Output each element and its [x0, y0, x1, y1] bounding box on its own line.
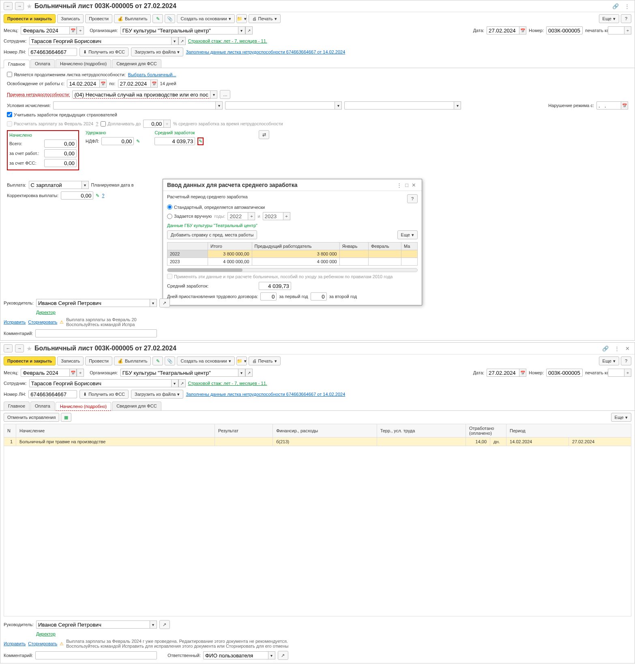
chevron-down-icon[interactable]: ▾: [171, 379, 178, 387]
comment-input[interactable]: [35, 651, 157, 659]
tab-accrued[interactable]: Начислено (подробно): [56, 59, 111, 68]
load-file-button[interactable]: Загрузить из файла ▾: [131, 47, 183, 56]
org-input[interactable]: [120, 26, 238, 34]
date-input[interactable]: [487, 26, 519, 34]
print-button[interactable]: 🖨 Печать ▾: [249, 356, 281, 365]
back-button[interactable]: ←: [4, 2, 13, 10]
print-button[interactable]: 🖨 Печать ▾: [249, 14, 281, 23]
chevron-down-icon[interactable]: ▾: [238, 26, 245, 34]
spinner-icon[interactable]: ÷: [163, 120, 171, 128]
open-icon[interactable]: ↗: [178, 37, 186, 45]
get-fss-button[interactable]: ⬇ Получить из ФСС: [79, 390, 129, 399]
director-link[interactable]: Директор: [36, 310, 56, 315]
storno-link[interactable]: Сторнировать: [28, 320, 57, 324]
manager-input[interactable]: [36, 299, 150, 307]
tab-main[interactable]: Главное: [4, 60, 30, 68]
storno-link[interactable]: Сторнировать: [28, 641, 57, 646]
get-fss-button[interactable]: ⬇ Получить из ФСС: [79, 47, 129, 56]
calendar-icon[interactable]: 📅: [99, 79, 107, 88]
std-period-radio[interactable]: Стандартный, определяется автоматически: [167, 204, 265, 210]
calendar-icon[interactable]: 📅: [150, 79, 158, 88]
number-input[interactable]: [546, 369, 583, 377]
extra-pay-input[interactable]: [143, 120, 163, 128]
print-as-input[interactable]: [608, 369, 624, 377]
pencil-icon[interactable]: ✎: [136, 139, 140, 144]
payment-input[interactable]: [29, 181, 82, 189]
table-row[interactable]: 1 Больничный при травме на производстве …: [4, 438, 631, 446]
chevron-down-icon[interactable]: ▾: [454, 101, 461, 109]
reason-label[interactable]: Причина нетрудоспособности:: [7, 92, 70, 97]
calendar-icon[interactable]: 📅: [69, 369, 77, 377]
fix-link[interactable]: Исправить: [4, 320, 26, 324]
total-input[interactable]: [44, 140, 77, 148]
load-file-button[interactable]: Загрузить из файла ▾: [131, 390, 183, 399]
tab-accrued[interactable]: Начислено (подробно): [56, 402, 111, 411]
earnings-table[interactable]: Итого Предыдущий работодатель Январь Фев…: [167, 242, 418, 266]
post-button[interactable]: Провести: [85, 356, 112, 365]
fss-share-input[interactable]: [44, 159, 77, 167]
back-button[interactable]: ←: [4, 344, 13, 352]
help-button[interactable]: ?: [621, 356, 631, 365]
release-from-input[interactable]: [67, 79, 99, 88]
more-button[interactable]: Еще ▾: [599, 14, 619, 23]
kebab-icon[interactable]: ⋮: [623, 3, 631, 9]
calendar-icon[interactable]: 📅: [69, 26, 77, 34]
post-and-close-button[interactable]: Провести и закрыть: [4, 356, 56, 365]
chevron-down-icon[interactable]: ▾: [82, 181, 89, 189]
maximize-icon[interactable]: □: [403, 182, 410, 188]
open-icon[interactable]: ↗: [245, 26, 253, 34]
open-button[interactable]: ↗: [159, 620, 170, 629]
favorite-star-icon[interactable]: ★: [26, 345, 32, 352]
help-link[interactable]: ?: [96, 121, 98, 126]
open-button[interactable]: ↗: [278, 651, 288, 660]
attach-button[interactable]: 📎: [165, 14, 175, 23]
filled-data-link[interactable]: Заполнены данные листка нетрудоспособнос…: [186, 392, 345, 397]
month-input[interactable]: [21, 369, 69, 377]
calc-cond-2-input[interactable]: [225, 101, 335, 109]
prev-insurers-checkbox[interactable]: Учитывать заработок предыдущих страховат…: [7, 112, 117, 117]
open-button[interactable]: ↗: [159, 298, 170, 307]
ndfl-input[interactable]: [101, 137, 134, 145]
post-and-close-button[interactable]: Провести и закрыть: [4, 14, 56, 23]
calc-cond-1-input[interactable]: [53, 101, 215, 109]
horizontal-scrollbar[interactable]: [167, 268, 418, 272]
edit-button[interactable]: ✎: [152, 356, 163, 365]
chevron-down-icon[interactable]: ▾: [215, 101, 223, 109]
close-icon[interactable]: ✕: [624, 346, 631, 352]
link-icon[interactable]: 🔗: [601, 346, 610, 352]
accruals-table[interactable]: N Начисление Результат Финансир., расход…: [4, 424, 631, 446]
create-based-button[interactable]: Создать на основании ▾: [177, 14, 234, 23]
help-link[interactable]: ?: [102, 193, 104, 198]
comment-input[interactable]: [35, 329, 157, 337]
favorite-star-icon[interactable]: ★: [26, 2, 32, 10]
more-button[interactable]: Еще ▾: [611, 413, 631, 422]
manual-period-radio[interactable]: Задается вручную: [167, 214, 212, 219]
folder-button[interactable]: 📁▾: [236, 14, 247, 23]
chevron-down-icon[interactable]: ▾: [238, 369, 245, 377]
open-icon[interactable]: ↗: [245, 369, 253, 377]
tab-main[interactable]: Главное: [4, 401, 30, 410]
spinner-icon[interactable]: ÷: [624, 26, 631, 34]
responsible-input[interactable]: [203, 651, 268, 659]
help-button[interactable]: ?: [407, 194, 418, 203]
spinner-icon[interactable]: ÷: [77, 26, 84, 34]
chevron-down-icon[interactable]: ▾: [171, 37, 178, 45]
dialog-avg-input[interactable]: [259, 282, 291, 290]
print-as-input[interactable]: [608, 26, 624, 34]
forward-button[interactable]: →: [15, 344, 24, 352]
correction-input[interactable]: [61, 191, 93, 200]
chevron-down-icon[interactable]: ▾: [268, 651, 275, 659]
dialog-more-button[interactable]: Еще ▾: [397, 230, 418, 239]
ln-input[interactable]: [28, 48, 77, 56]
spinner-icon[interactable]: ÷: [77, 369, 84, 377]
post-button[interactable]: Провести: [85, 14, 112, 23]
open-icon[interactable]: ↗: [178, 379, 186, 387]
continuation-checkbox[interactable]: Является продолжением листка нетрудоспос…: [7, 72, 126, 77]
insurance-stage-link[interactable]: Страховой стаж: лет - 7, месяцев - 11.: [188, 381, 267, 386]
more-button[interactable]: Еще ▾: [599, 356, 619, 365]
calc-cond-3-input[interactable]: [344, 101, 454, 109]
table-icon-button[interactable]: ▦: [61, 413, 71, 422]
calendar-icon[interactable]: 📅: [519, 369, 526, 377]
save-button[interactable]: Записать: [57, 14, 84, 23]
employer-input[interactable]: [44, 149, 77, 157]
